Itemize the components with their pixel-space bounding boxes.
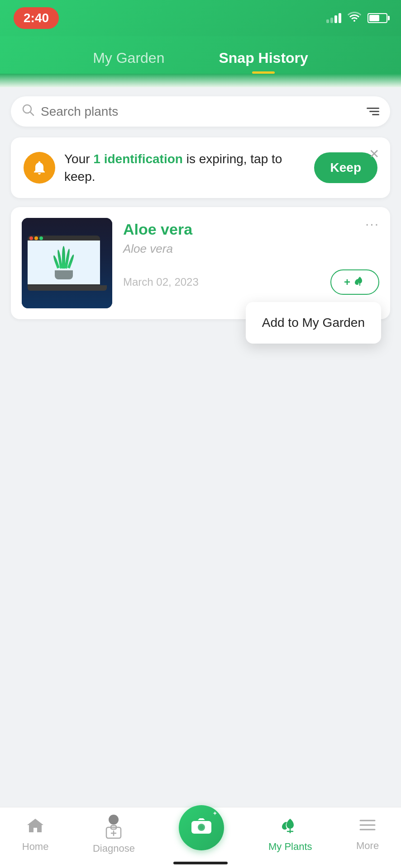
diagnose-icon bbox=[105, 815, 122, 839]
main-content: ✕ Your 1 identification is expiring, tap… bbox=[0, 87, 401, 328]
signal-icon bbox=[326, 13, 341, 23]
close-icon[interactable]: ✕ bbox=[369, 146, 379, 161]
search-bar[interactable] bbox=[11, 96, 390, 127]
tab-my-garden[interactable]: My Garden bbox=[66, 41, 191, 74]
battery-icon bbox=[368, 13, 387, 23]
nav-more[interactable]: More bbox=[356, 817, 379, 852]
nav-my-plants[interactable]: My Plants bbox=[268, 817, 312, 853]
plant-card: ··· bbox=[11, 207, 390, 319]
plant-info: Aloe vera Aloe vera March 02, 2023 + bbox=[123, 218, 379, 308]
sort-filter-icon[interactable] bbox=[367, 108, 379, 115]
bottom-nav: Home Diagnose bbox=[0, 807, 401, 868]
more-icon bbox=[358, 817, 377, 836]
plant-latin-name: Aloe vera bbox=[123, 242, 379, 256]
plus-icon: + bbox=[344, 276, 350, 288]
add-to-garden-button[interactable]: + bbox=[330, 269, 379, 295]
card-menu-icon[interactable]: ··· bbox=[365, 216, 379, 231]
nav-tabs: My Garden Snap History bbox=[0, 41, 401, 74]
nav-home-label: Home bbox=[22, 841, 49, 853]
dropdown-item-add-garden[interactable]: Add to My Garden bbox=[246, 302, 381, 344]
plant-date: March 02, 2023 bbox=[123, 276, 199, 288]
nav-home[interactable]: Home bbox=[22, 817, 49, 853]
nav-diagnose[interactable]: Diagnose bbox=[93, 815, 135, 854]
dropdown-menu: Add to My Garden bbox=[246, 302, 381, 344]
time-display: 2:40 bbox=[14, 7, 59, 29]
bell-icon bbox=[24, 152, 55, 184]
keep-button[interactable]: Keep bbox=[314, 152, 377, 183]
camera-button[interactable] bbox=[179, 805, 224, 850]
plant-footer: March 02, 2023 + bbox=[123, 269, 379, 295]
nav-more-label: More bbox=[356, 840, 379, 852]
nav-my-plants-label: My Plants bbox=[268, 841, 312, 853]
home-indicator bbox=[173, 862, 228, 864]
svg-point-8 bbox=[199, 825, 204, 830]
notification-content: Your 1 identification is expiring, tap t… bbox=[24, 150, 314, 185]
header: My Garden Snap History bbox=[0, 36, 401, 87]
notification-card: ✕ Your 1 identification is expiring, tap… bbox=[11, 137, 390, 198]
plant-card-content: Aloe vera Aloe vera March 02, 2023 + bbox=[22, 218, 379, 308]
plant-image[interactable] bbox=[22, 218, 112, 308]
svg-line-1 bbox=[30, 112, 33, 115]
search-icon bbox=[22, 104, 34, 119]
search-input[interactable] bbox=[41, 104, 367, 119]
plant-icon bbox=[354, 276, 366, 288]
nav-diagnose-label: Diagnose bbox=[93, 843, 135, 854]
plant-name[interactable]: Aloe vera bbox=[123, 221, 379, 238]
camera-icon bbox=[191, 816, 212, 839]
status-icons bbox=[326, 12, 387, 24]
status-bar: 2:40 bbox=[0, 0, 401, 36]
my-plants-icon bbox=[281, 817, 299, 837]
home-icon bbox=[26, 817, 44, 837]
tab-snap-history[interactable]: Snap History bbox=[191, 41, 335, 74]
wifi-icon bbox=[348, 12, 361, 24]
nav-camera[interactable] bbox=[179, 819, 224, 850]
notification-text: Your 1 identification is expiring, tap t… bbox=[64, 150, 296, 185]
